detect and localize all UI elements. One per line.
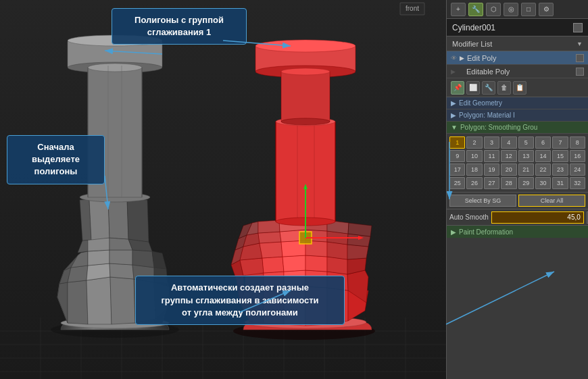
edit-geometry-section[interactable]: ▶ Edit Geometry: [447, 97, 588, 109]
sg-btn-7[interactable]: 7: [552, 136, 568, 149]
sg-btn-25[interactable]: 25: [449, 177, 465, 189]
svg-marker-49: [108, 196, 128, 239]
auto-smooth-label: Auto Smooth: [449, 213, 489, 221]
svg-marker-89: [347, 245, 368, 259]
svg-marker-80: [305, 255, 327, 272]
paint-def-expand-icon: ▶: [451, 228, 456, 236]
polygon-smoothing-label: Polygon: Smoothing Grou: [460, 124, 538, 131]
auto-smooth-input[interactable]: [491, 211, 584, 224]
svg-marker-41: [132, 250, 154, 268]
modifier-edit-poly-label: Edit Poly: [467, 54, 573, 62]
annotation-polygon-group: Полигоны с группой сглаживания 1: [112, 8, 247, 45]
svg-marker-78: [262, 257, 284, 273]
sg-btn-28[interactable]: 28: [501, 177, 516, 189]
sg-btn-15[interactable]: 15: [552, 150, 568, 162]
svg-marker-77: [240, 258, 264, 276]
sg-btn-27[interactable]: 27: [484, 177, 499, 189]
paint-deformation-section[interactable]: ▶ Paint Deformation: [447, 226, 588, 238]
sg-btn-10[interactable]: 10: [466, 150, 482, 162]
utilities-icon[interactable]: ⚙: [539, 3, 554, 16]
polygon-smoothing-section[interactable]: ▼ Polygon: Smoothing Grou: [447, 122, 588, 134]
sg-btn-5[interactable]: 5: [518, 136, 534, 149]
annotation-select-polygons: Сначала выделяете полигоны: [7, 135, 105, 184]
svg-marker-34: [109, 263, 134, 279]
section-expand-icon-3: ▼: [451, 124, 458, 131]
create-icon[interactable]: +: [451, 3, 466, 16]
sg-btn-19[interactable]: 19: [484, 163, 499, 176]
svg-marker-85: [260, 242, 283, 258]
modifier-color-box: [576, 54, 584, 62]
svg-point-116: [281, 118, 330, 125]
sg-btn-3[interactable]: 3: [484, 136, 499, 149]
edit-geometry-label: Edit Geometry: [459, 99, 502, 107]
sg-btn-9[interactable]: 9: [449, 150, 465, 162]
smoothing-groups-grid: 1 2 3 4 5 6 7 8 9 10 11 12 13 14 15 16 1…: [447, 134, 588, 193]
svg-point-115: [281, 68, 330, 75]
modifier-play-icon: ▶: [460, 55, 464, 61]
hierarchy-icon[interactable]: ⬡: [486, 3, 501, 16]
svg-point-112: [255, 40, 356, 52]
sg-btn-31[interactable]: 31: [552, 177, 568, 189]
panel-scroll-area: ▶ Edit Geometry ▶ Polygon: Material I ▼ …: [447, 97, 588, 379]
sg-btn-6[interactable]: 6: [535, 136, 551, 149]
sg-btn-2[interactable]: 2: [466, 136, 482, 149]
sg-btn-1[interactable]: 1: [449, 136, 465, 149]
sg-btn-21[interactable]: 21: [518, 163, 534, 176]
modifier-toolbar: 📌 ⬜ 🔧 🗑 📋: [447, 78, 588, 97]
sg-btn-20[interactable]: 20: [501, 163, 516, 176]
svg-marker-79: [283, 255, 305, 272]
sg-btn-26[interactable]: 26: [466, 177, 482, 189]
select-by-sg-button[interactable]: Select By SG: [449, 195, 516, 207]
svg-text:front: front: [406, 5, 419, 12]
sg-btn-8[interactable]: 8: [570, 136, 585, 149]
object-name-field: Cylinder001: [447, 19, 588, 36]
svg-marker-92: [258, 232, 281, 243]
auto-smooth-row: Auto Smooth ▲ ▼: [447, 209, 588, 226]
sg-btn-22[interactable]: 22: [535, 163, 551, 176]
properties-panel: + 🔧 ⬡ ◎ □ ⚙ Cylinder001 Modifier List ▼ …: [446, 0, 588, 379]
sg-btn-24[interactable]: 24: [570, 163, 585, 176]
delete-icon[interactable]: 🗑: [497, 81, 511, 95]
modifier-editable-color-box: [576, 68, 584, 76]
svg-marker-48: [89, 196, 109, 240]
sg-btn-14[interactable]: 14: [535, 150, 551, 162]
modifier-list-dropdown-arrow: ▼: [577, 41, 583, 47]
sg-btn-29[interactable]: 29: [518, 177, 534, 189]
sg-btn-32[interactable]: 32: [570, 177, 585, 189]
pin-icon[interactable]: 📌: [451, 81, 464, 95]
sg-btn-4[interactable]: 4: [501, 136, 516, 149]
svg-marker-50: [127, 199, 149, 242]
sg-btn-13[interactable]: 13: [518, 150, 534, 162]
sg-btn-18[interactable]: 18: [466, 163, 482, 176]
section-expand-icon-2: ▶: [451, 111, 456, 119]
select-clear-row: Select By SG Clear All: [447, 193, 588, 209]
copy-icon[interactable]: 📋: [513, 81, 526, 95]
modify-icon[interactable]: 🔧: [468, 3, 483, 16]
modifier-editable-poly-label: Editable Poly: [466, 68, 573, 76]
modifier-list-label[interactable]: Modifier List ▼: [447, 36, 588, 51]
svg-marker-28: [110, 277, 135, 324]
3d-viewport[interactable]: front Полигоны с группой сглаживания 1 С…: [0, 0, 446, 379]
sg-btn-23[interactable]: 23: [552, 163, 568, 176]
clear-all-button[interactable]: Clear All: [518, 195, 585, 207]
sg-btn-30[interactable]: 30: [535, 177, 551, 189]
sg-btn-11[interactable]: 11: [484, 150, 499, 162]
object-color-swatch[interactable]: [573, 23, 583, 32]
polygon-material-section[interactable]: ▶ Polygon: Material I: [447, 109, 588, 122]
modifier-edit-poly[interactable]: 👁 ▶ Edit Poly: [447, 51, 588, 65]
polygon-material-label: Polygon: Material I: [459, 111, 515, 119]
sg-btn-16[interactable]: 16: [570, 150, 585, 162]
tools-icon[interactable]: 🔧: [482, 81, 495, 95]
section-expand-icon: ▶: [451, 99, 456, 107]
svg-rect-114: [281, 72, 330, 122]
svg-point-56: [88, 64, 142, 72]
selection-icon[interactable]: ⬜: [466, 81, 480, 95]
motion-icon[interactable]: ◎: [504, 3, 518, 16]
sg-btn-12[interactable]: 12: [501, 150, 516, 162]
panel-top-icons: + 🔧 ⬡ ◎ □ ⚙: [447, 0, 588, 19]
svg-marker-40: [109, 250, 132, 265]
display-icon[interactable]: □: [521, 3, 536, 16]
object-name: Cylinder001: [452, 23, 495, 32]
sg-btn-17[interactable]: 17: [449, 163, 465, 176]
modifier-editable-poly[interactable]: ▶ Editable Poly: [447, 65, 588, 78]
